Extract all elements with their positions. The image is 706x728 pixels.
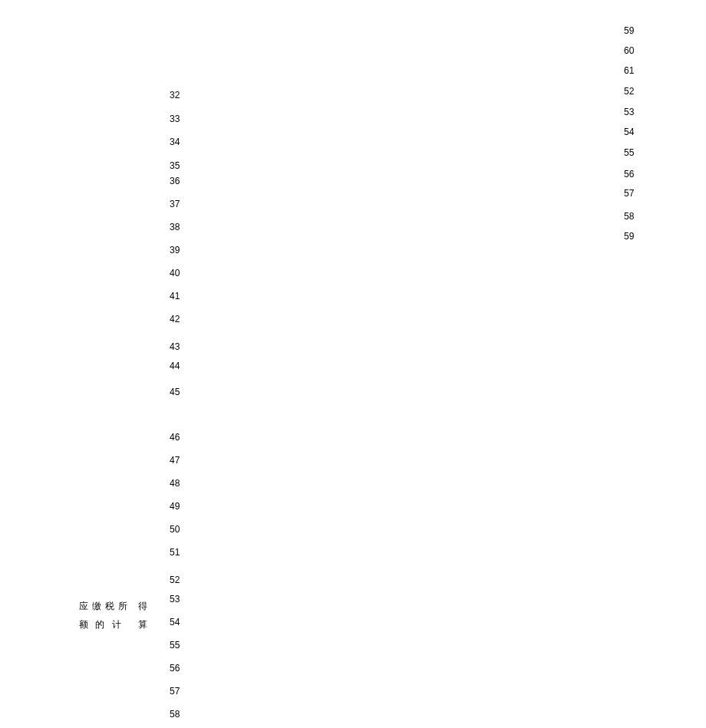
- right-number-row-56: 56: [624, 170, 634, 179]
- left-number-row-50: 50: [170, 525, 180, 534]
- left-number-row-40: 40: [170, 268, 180, 278]
- right-number-row-52: 52: [624, 87, 634, 96]
- left-number-row-34: 34: [170, 137, 180, 147]
- left-number-row-57: 57: [170, 687, 180, 696]
- left-number-row-48: 48: [170, 479, 180, 488]
- left-number-row-36: 36: [170, 176, 180, 186]
- left-number-row-45: 45: [170, 387, 180, 397]
- left-number-row-42: 42: [170, 315, 180, 324]
- left-number-row-44: 44: [170, 361, 180, 371]
- left-number-row-55: 55: [170, 641, 180, 650]
- section-label-line2: 额的计 算: [79, 619, 148, 630]
- left-number-row-38: 38: [170, 222, 180, 232]
- right-number-row-57: 57: [624, 189, 634, 198]
- left-number-row-56: 56: [170, 664, 180, 673]
- right-number-row-61: 61: [624, 66, 634, 75]
- right-number-row-60: 60: [624, 46, 634, 55]
- left-number-row-49: 49: [170, 502, 180, 511]
- left-number-row-37: 37: [170, 199, 180, 209]
- left-number-row-46: 46: [170, 433, 180, 442]
- left-number-row-33: 33: [170, 114, 180, 124]
- left-number-row-47: 47: [170, 456, 180, 465]
- left-number-row-41: 41: [170, 292, 180, 301]
- left-number-row-39: 39: [170, 245, 180, 255]
- left-number-row-54: 54: [170, 618, 180, 627]
- left-number-row-58: 58: [170, 710, 180, 719]
- right-number-row-54: 54: [624, 127, 634, 137]
- right-number-row-53: 53: [624, 107, 634, 117]
- right-number-row-59: 59: [624, 26, 634, 35]
- left-number-row-32: 32: [170, 91, 180, 100]
- left-number-row-53: 53: [170, 595, 180, 604]
- section-label: 应缴税所 得 额的计 算: [79, 597, 148, 634]
- right-number-row-58: 58: [624, 212, 634, 221]
- right-number-row-55: 55: [624, 148, 634, 157]
- left-number-row-51: 51: [170, 548, 180, 557]
- left-number-row-43: 43: [170, 342, 180, 351]
- left-number-row-52: 52: [170, 575, 180, 585]
- right-number-row-59: 59: [624, 232, 634, 241]
- section-label-line1: 应缴税所 得: [79, 601, 148, 611]
- left-number-row-35: 35: [170, 161, 180, 170]
